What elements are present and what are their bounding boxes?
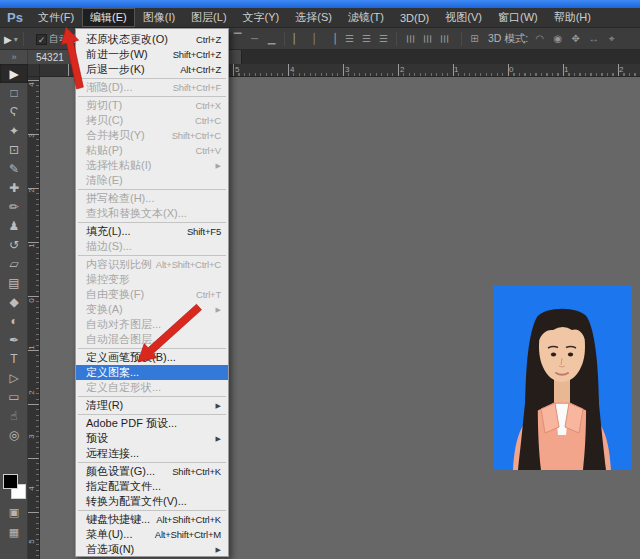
3d-drag-icon[interactable]: ✥ xyxy=(568,29,583,49)
ruler-origin-box[interactable] xyxy=(28,64,40,77)
menu-item-paste: 粘贴(P)Ctrl+V xyxy=(76,143,228,158)
menubar-item-help[interactable]: 帮助(H) xyxy=(546,8,599,27)
menu-item-copy-merged: 合并拷贝(Y)Shift+Ctrl+C xyxy=(76,128,228,143)
menu-item-label: 定义画笔预设(B)... xyxy=(86,350,176,365)
pen-tool[interactable]: ✒ xyxy=(0,330,28,349)
lasso-tool-icon: Ϛ xyxy=(10,105,19,119)
menu-item-menus[interactable]: 菜单(U)...Alt+Shift+Ctrl+M xyxy=(76,527,228,542)
divider xyxy=(461,32,462,46)
vertical-ruler[interactable]: 4321012345 xyxy=(28,77,40,559)
menubar-item-select[interactable]: 选择(S) xyxy=(287,8,340,27)
align-right-edges-icon[interactable]: ▕ xyxy=(324,29,339,49)
menubar-item-filter[interactable]: 滤镜(T) xyxy=(340,8,392,27)
marquee-tool-icon: □ xyxy=(10,86,17,100)
healing-brush-tool-icon: ✚ xyxy=(9,181,19,195)
menu-item-purge[interactable]: 清理(R)▶ xyxy=(76,398,228,413)
menu-item-remote-connections[interactable]: 远程连接... xyxy=(76,446,228,461)
menubar-item-type[interactable]: 文字(Y) xyxy=(235,8,288,27)
menubar-item-image[interactable]: 图像(I) xyxy=(135,8,183,27)
distribute-right-edges-icon[interactable]: ☰ xyxy=(434,32,454,47)
menu-item-fill[interactable]: 填充(L)...Shift+F5 xyxy=(76,224,228,239)
menu-item-label: 自动对齐图层... xyxy=(86,317,161,332)
align-vertical-centers-icon[interactable]: ─ xyxy=(247,29,262,49)
menu-item-define-pattern[interactable]: 定义图案... xyxy=(76,365,228,380)
lasso-tool[interactable]: Ϛ xyxy=(0,102,28,121)
path-selection-tool-icon: ▷ xyxy=(9,371,18,385)
menubar-item-edit[interactable]: 编辑(E) xyxy=(82,8,135,27)
move-tool[interactable]: ▶ xyxy=(0,64,28,83)
marquee-tool[interactable]: □ xyxy=(0,83,28,102)
shape-tool[interactable]: ▭ xyxy=(0,387,28,406)
menu-item-label: 颜色设置(G)... xyxy=(86,464,155,479)
menu-item-define-brush-preset[interactable]: 定义画笔预设(B)... xyxy=(76,350,228,365)
3d-rotate-icon[interactable]: ◠ xyxy=(532,29,547,49)
menu-item-step-backward[interactable]: 后退一步(K)Alt+Ctrl+Z xyxy=(76,62,228,77)
clone-stamp-tool[interactable]: ♟ xyxy=(0,216,28,235)
menu-item-presets[interactable]: 预设▶ xyxy=(76,431,228,446)
distribute-bottom-edges-icon[interactable]: ☰ xyxy=(376,29,391,49)
quick-mask-button[interactable]: ▣ xyxy=(0,506,28,519)
ruler-tick-label: 3 xyxy=(27,133,36,137)
type-tool[interactable]: T xyxy=(0,349,28,368)
menu-item-label: 拼写检查(H)... xyxy=(86,191,154,206)
menu-item-auto-align-layers: 自动对齐图层... xyxy=(76,317,228,332)
blur-tool[interactable]: ◆ xyxy=(0,292,28,311)
menubar-item-view[interactable]: 视图(V) xyxy=(437,8,490,27)
eyedropper-tool[interactable]: ✎ xyxy=(0,159,28,178)
panel-collapse-icon[interactable]: » xyxy=(0,50,28,64)
zoom-tool[interactable]: ◎ xyxy=(0,425,28,444)
dodge-tool[interactable]: ◐ xyxy=(0,311,28,330)
foreground-color-swatch[interactable] xyxy=(3,474,18,489)
menu-item-convert-to-profile[interactable]: 转换为配置文件(V)... xyxy=(76,494,228,509)
auto-select-checkbox[interactable]: ✓ xyxy=(36,34,47,45)
3d-scale-icon[interactable]: ⌖ xyxy=(604,29,619,49)
submenu-arrow-icon: ▶ xyxy=(216,435,221,443)
ruler-tick-label: 1 xyxy=(454,65,458,74)
distribute-top-edges-icon[interactable]: ☰ xyxy=(342,29,357,49)
3d-slide-icon[interactable]: ↔ xyxy=(586,29,601,49)
menu-item-color-settings[interactable]: 颜色设置(G)...Shift+Ctrl+K xyxy=(76,464,228,479)
brush-tool[interactable]: ✏ xyxy=(0,197,28,216)
menu-item-label: 前进一步(W) xyxy=(86,47,148,62)
id-photo-image[interactable] xyxy=(493,285,632,470)
align-left-edges-icon[interactable]: ▏ xyxy=(290,29,305,49)
align-top-edges-icon[interactable]: ▔ xyxy=(230,29,245,49)
menubar-item-layer[interactable]: 图层(L) xyxy=(183,8,234,27)
menu-separator xyxy=(78,255,226,256)
menu-item-preferences[interactable]: 首选项(N)▶ xyxy=(76,542,228,557)
history-brush-tool[interactable]: ↺ xyxy=(0,235,28,254)
menubar-item-3d[interactable]: 3D(D) xyxy=(392,8,437,27)
menu-item-shortcut: Shift+Ctrl+K xyxy=(172,466,221,477)
menu-item-undo-state-change[interactable]: 还原状态更改(O)Ctrl+Z xyxy=(76,32,228,47)
menu-separator xyxy=(78,414,226,415)
hand-tool[interactable]: ☝ xyxy=(0,406,28,425)
menubar-item-window[interactable]: 窗口(W) xyxy=(490,8,546,27)
align-bottom-edges-icon[interactable]: ▁ xyxy=(264,29,279,49)
3d-roll-icon[interactable]: ◉ xyxy=(550,29,565,49)
auto-align-group: ⊞ xyxy=(458,28,482,50)
menu-item-step-forward[interactable]: 前进一步(W)Shift+Ctrl+Z xyxy=(76,47,228,62)
screen-mode-button[interactable]: ▦ xyxy=(0,526,28,539)
gradient-tool[interactable]: ▤ xyxy=(0,273,28,292)
distribute-vertical-centers-icon[interactable]: ☰ xyxy=(359,29,374,49)
auto-align-layers-icon[interactable]: ⊞ xyxy=(467,29,482,49)
menu-item-assign-profile[interactable]: 指定配置文件... xyxy=(76,479,228,494)
crop-tool[interactable]: ⊡ xyxy=(0,140,28,159)
menu-item-label: 合并拷贝(Y) xyxy=(86,128,145,143)
menu-item-label: 内容识别比例 xyxy=(86,257,152,272)
pen-tool-icon: ✒ xyxy=(9,333,19,347)
healing-brush-tool[interactable]: ✚ xyxy=(0,178,28,197)
align-horizontal-centers-icon[interactable]: │ xyxy=(307,29,322,49)
menu-item-keyboard-shortcuts[interactable]: 键盘快捷键...Alt+Shift+Ctrl+K xyxy=(76,512,228,527)
ruler-tick-label: 4 xyxy=(27,486,36,490)
crop-tool-icon: ⊡ xyxy=(9,143,19,157)
path-selection-tool[interactable]: ▷ xyxy=(0,368,28,387)
tool-preset-picker[interactable]: ▶ ▾ xyxy=(4,28,27,50)
submenu-arrow-icon: ▶ xyxy=(216,546,221,554)
quick-selection-tool[interactable]: ✦ xyxy=(0,121,28,140)
eraser-tool[interactable]: ▱ xyxy=(0,254,28,273)
tool-list: ▶□Ϛ✦⊡✎✚✏♟↺▱▤◆◐✒T▷▭☝◎ xyxy=(0,64,27,444)
menu-item-label: 填充(L)... xyxy=(86,224,131,239)
menu-item-adobe-pdf-presets[interactable]: Adobe PDF 预设... xyxy=(76,416,228,431)
menubar-item-file[interactable]: 文件(F) xyxy=(30,8,82,27)
